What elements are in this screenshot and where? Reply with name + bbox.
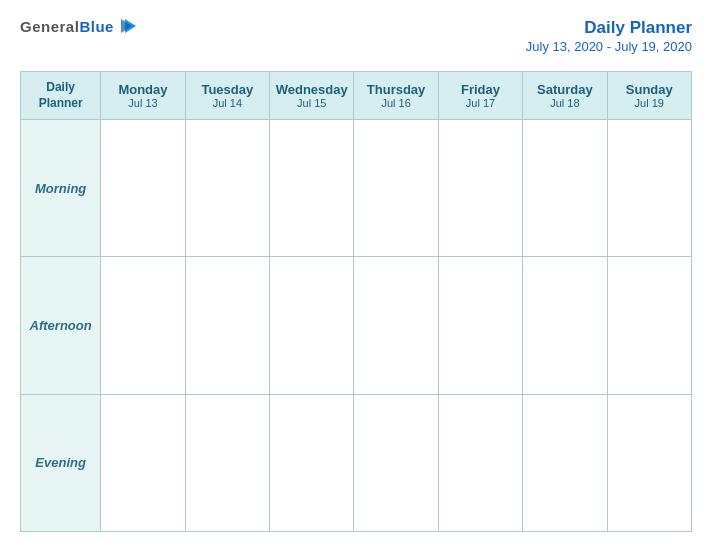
- afternoon-wednesday-cell[interactable]: [270, 257, 354, 394]
- header-wednesday-date: Jul 15: [274, 97, 349, 109]
- evening-wednesday-cell[interactable]: [270, 394, 354, 531]
- header-monday-name: Monday: [105, 82, 180, 97]
- header-sunday-date: Jul 19: [612, 97, 687, 109]
- morning-thursday-cell[interactable]: [354, 120, 438, 257]
- header-tuesday: Tuesday Jul 14: [185, 71, 269, 120]
- header-saturday: Saturday Jul 18: [523, 71, 607, 120]
- header-tuesday-name: Tuesday: [190, 82, 265, 97]
- morning-wednesday-cell[interactable]: [270, 120, 354, 257]
- evening-tuesday-cell[interactable]: [185, 394, 269, 531]
- header-first-col: Daily Planner: [21, 71, 101, 120]
- morning-label-text: Morning: [35, 181, 86, 196]
- header-thursday-name: Thursday: [358, 82, 433, 97]
- header-saturday-name: Saturday: [527, 82, 602, 97]
- planner-title: Daily Planner: [526, 18, 692, 38]
- logo-blue-text: Blue: [79, 18, 114, 35]
- header: GeneralBlue Daily Planner July 13, 2020 …: [20, 18, 692, 57]
- header-wednesday-name: Wednesday: [274, 82, 349, 97]
- header-thursday: Thursday Jul 16: [354, 71, 438, 120]
- row-label-morning: Morning: [21, 120, 101, 257]
- header-wednesday: Wednesday Jul 15: [270, 71, 354, 120]
- header-sunday-name: Sunday: [612, 82, 687, 97]
- evening-friday-cell[interactable]: [438, 394, 522, 531]
- table-row-morning: Morning: [21, 120, 692, 257]
- header-friday-name: Friday: [443, 82, 518, 97]
- date-range: July 13, 2020 - July 19, 2020: [526, 38, 692, 56]
- afternoon-saturday-cell[interactable]: [523, 257, 607, 394]
- evening-label-text: Evening: [35, 455, 86, 470]
- afternoon-tuesday-cell[interactable]: [185, 257, 269, 394]
- morning-saturday-cell[interactable]: [523, 120, 607, 257]
- morning-sunday-cell[interactable]: [607, 120, 691, 257]
- header-thursday-date: Jul 16: [358, 97, 433, 109]
- header-friday-date: Jul 17: [443, 97, 518, 109]
- evening-thursday-cell[interactable]: [354, 394, 438, 531]
- afternoon-monday-cell[interactable]: [101, 257, 185, 394]
- evening-saturday-cell[interactable]: [523, 394, 607, 531]
- row-label-evening: Evening: [21, 394, 101, 531]
- logo-area: GeneralBlue: [20, 18, 138, 36]
- logo: GeneralBlue: [20, 18, 138, 36]
- afternoon-thursday-cell[interactable]: [354, 257, 438, 394]
- table-row-afternoon: Afternoon: [21, 257, 692, 394]
- evening-monday-cell[interactable]: [101, 394, 185, 531]
- header-tuesday-date: Jul 14: [190, 97, 265, 109]
- afternoon-label-text: Afternoon: [30, 318, 92, 333]
- table-header-row: Daily Planner Monday Jul 13 Tuesday Jul …: [21, 71, 692, 120]
- morning-monday-cell[interactable]: [101, 120, 185, 257]
- afternoon-sunday-cell[interactable]: [607, 257, 691, 394]
- planner-table: Daily Planner Monday Jul 13 Tuesday Jul …: [20, 71, 692, 532]
- header-saturday-date: Jul 18: [527, 97, 602, 109]
- afternoon-friday-cell[interactable]: [438, 257, 522, 394]
- evening-sunday-cell[interactable]: [607, 394, 691, 531]
- page: GeneralBlue Daily Planner July 13, 2020 …: [0, 0, 712, 550]
- morning-tuesday-cell[interactable]: [185, 120, 269, 257]
- logo-icon: [120, 17, 138, 35]
- header-monday-date: Jul 13: [105, 97, 180, 109]
- title-area: Daily Planner July 13, 2020 - July 19, 2…: [526, 18, 692, 57]
- header-monday: Monday Jul 13: [101, 71, 185, 120]
- header-daily: Daily: [46, 80, 75, 94]
- morning-friday-cell[interactable]: [438, 120, 522, 257]
- header-sunday: Sunday Jul 19: [607, 71, 691, 120]
- logo-general-text: General: [20, 18, 79, 35]
- row-label-afternoon: Afternoon: [21, 257, 101, 394]
- table-row-evening: Evening: [21, 394, 692, 531]
- header-friday: Friday Jul 17: [438, 71, 522, 120]
- header-planner: Planner: [39, 96, 83, 110]
